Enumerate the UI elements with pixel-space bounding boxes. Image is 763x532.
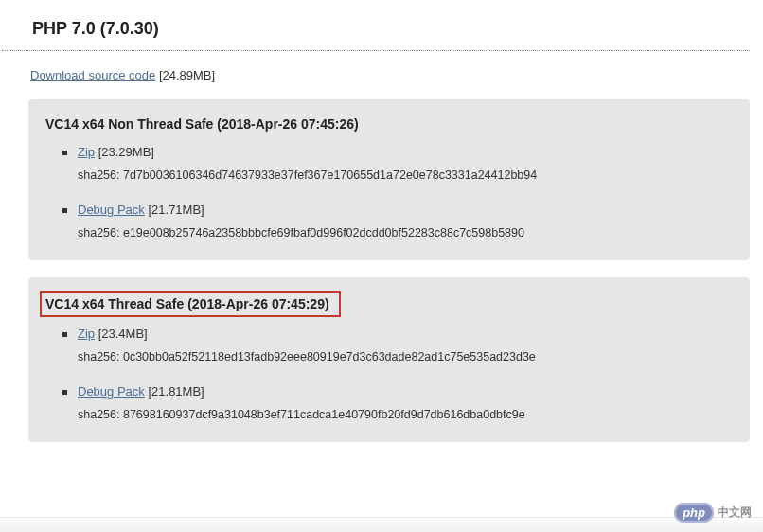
zip-size-value: [23.29MB] <box>98 145 154 159</box>
panel-nts-list: Zip [23.29MB] sha256: 7d7b0036106346d746… <box>45 145 731 239</box>
download-source-link[interactable]: Download source code <box>30 68 155 82</box>
debug-pack-link[interactable]: Debug Pack <box>78 203 145 217</box>
source-line: Download source code [24.89MB] <box>0 51 763 99</box>
panel-ts-list: Zip [23.4MB] sha256: 0c30bb0a52f52118ed1… <box>45 327 731 421</box>
panel-ts: VC14 x64 Thread Safe (2018-Apr-26 07:45:… <box>28 277 750 442</box>
list-item: Zip [23.4MB] sha256: 0c30bb0a52f52118ed1… <box>45 327 731 364</box>
list-item: Debug Pack [21.71MB] sha256: e19e008b257… <box>45 203 731 239</box>
debug-size-value: [21.81MB] <box>148 384 204 399</box>
page-title: PHP 7.0 (7.0.30) <box>2 0 750 51</box>
zip-link[interactable]: Zip <box>78 327 95 341</box>
panel-ts-title: VC14 x64 Thread Safe (2018-Apr-26 07:45:… <box>40 291 341 317</box>
sha-line: sha256: 7d7b0036106346d74637933e37fef367… <box>78 168 731 182</box>
debug-size-value: [21.71MB] <box>148 203 204 217</box>
sha-line: sha256: e19e008b25746a2358bbbcfe69fbaf0d… <box>78 226 731 239</box>
zip-size-value: [23.4MB] <box>98 327 148 341</box>
panel-nts-title: VC14 x64 Non Thread Safe (2018-Apr-26 07… <box>45 116 731 132</box>
list-item: Debug Pack [21.81MB] sha256: 87698160937… <box>45 384 731 421</box>
debug-pack-link[interactable]: Debug Pack <box>78 384 145 399</box>
panel-nts: VC14 x64 Non Thread Safe (2018-Apr-26 07… <box>28 99 750 260</box>
sha-line: sha256: 0c30bb0a52f52118ed13fadb92eee809… <box>78 350 731 364</box>
source-size-value: [24.89MB] <box>159 68 215 82</box>
list-item: Zip [23.29MB] sha256: 7d7b0036106346d746… <box>45 145 731 182</box>
zip-link[interactable]: Zip <box>78 145 95 159</box>
sha-line: sha256: 87698160937dcf9a31048b3ef711cadc… <box>78 408 731 421</box>
